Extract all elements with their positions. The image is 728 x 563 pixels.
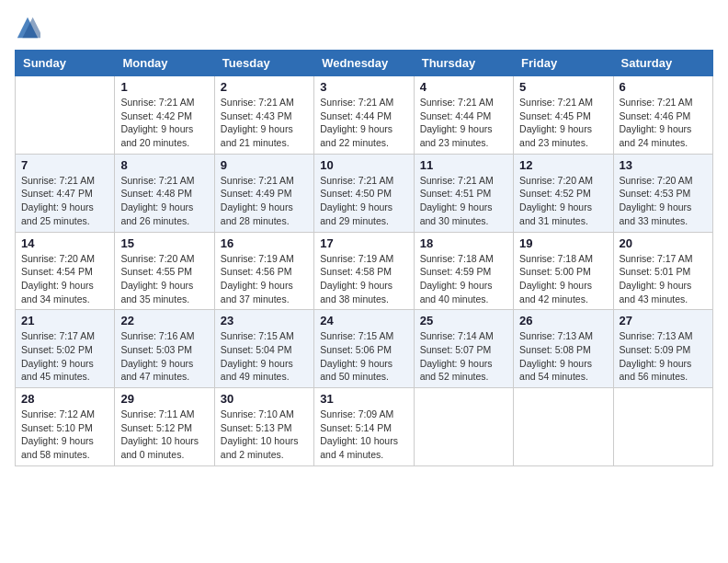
calendar-cell: 23Sunrise: 7:15 AM Sunset: 5:04 PM Dayli… xyxy=(214,310,313,388)
day-info: Sunrise: 7:20 AM Sunset: 4:52 PM Dayligh… xyxy=(519,174,607,228)
calendar-cell: 6Sunrise: 7:21 AM Sunset: 4:46 PM Daylig… xyxy=(613,76,712,155)
day-number: 12 xyxy=(519,158,607,172)
day-info: Sunrise: 7:17 AM Sunset: 5:01 PM Dayligh… xyxy=(620,252,707,306)
calendar-header-row: SundayMondayTuesdayWednesdayThursdayFrid… xyxy=(16,51,713,76)
day-number: 8 xyxy=(120,158,208,172)
day-number: 22 xyxy=(120,314,208,327)
calendar-week-row: 21Sunrise: 7:17 AM Sunset: 5:02 PM Dayli… xyxy=(16,310,713,388)
day-info: Sunrise: 7:18 AM Sunset: 5:00 PM Dayligh… xyxy=(519,252,607,306)
day-number: 21 xyxy=(21,314,108,327)
column-header-thursday: Thursday xyxy=(414,51,513,76)
day-info: Sunrise: 7:18 AM Sunset: 4:59 PM Dayligh… xyxy=(420,252,507,306)
column-header-friday: Friday xyxy=(514,51,613,76)
calendar-week-row: 14Sunrise: 7:20 AM Sunset: 4:54 PM Dayli… xyxy=(16,232,713,310)
day-info: Sunrise: 7:19 AM Sunset: 4:56 PM Dayligh… xyxy=(221,252,308,306)
calendar-cell xyxy=(514,388,613,466)
calendar-cell: 19Sunrise: 7:18 AM Sunset: 5:00 PM Dayli… xyxy=(514,232,613,310)
calendar-cell: 5Sunrise: 7:21 AM Sunset: 4:45 PM Daylig… xyxy=(514,76,613,155)
day-info: Sunrise: 7:13 AM Sunset: 5:09 PM Dayligh… xyxy=(620,329,707,384)
day-number: 11 xyxy=(420,158,507,172)
day-info: Sunrise: 7:21 AM Sunset: 4:42 PM Dayligh… xyxy=(120,96,208,150)
day-number: 19 xyxy=(519,236,607,250)
calendar-week-row: 28Sunrise: 7:12 AM Sunset: 5:10 PM Dayli… xyxy=(16,388,713,466)
day-info: Sunrise: 7:14 AM Sunset: 5:07 PM Dayligh… xyxy=(420,329,507,384)
calendar-cell: 2Sunrise: 7:21 AM Sunset: 4:43 PM Daylig… xyxy=(214,76,313,155)
calendar-cell: 25Sunrise: 7:14 AM Sunset: 5:07 PM Dayli… xyxy=(414,310,513,388)
calendar-cell: 15Sunrise: 7:20 AM Sunset: 4:55 PM Dayli… xyxy=(115,232,214,310)
day-info: Sunrise: 7:17 AM Sunset: 5:02 PM Dayligh… xyxy=(21,329,108,384)
day-number: 14 xyxy=(21,236,108,250)
day-number: 20 xyxy=(620,236,707,250)
calendar-cell: 17Sunrise: 7:19 AM Sunset: 4:58 PM Dayli… xyxy=(314,232,414,310)
day-info: Sunrise: 7:21 AM Sunset: 4:45 PM Dayligh… xyxy=(519,96,607,150)
calendar-cell: 3Sunrise: 7:21 AM Sunset: 4:44 PM Daylig… xyxy=(314,76,414,155)
day-info: Sunrise: 7:21 AM Sunset: 4:46 PM Dayligh… xyxy=(620,96,707,150)
calendar-cell: 20Sunrise: 7:17 AM Sunset: 5:01 PM Dayli… xyxy=(613,232,712,310)
calendar-cell: 27Sunrise: 7:13 AM Sunset: 5:09 PM Dayli… xyxy=(613,310,712,388)
calendar-cell: 12Sunrise: 7:20 AM Sunset: 4:52 PM Dayli… xyxy=(514,154,613,232)
calendar-cell: 13Sunrise: 7:20 AM Sunset: 4:53 PM Dayli… xyxy=(613,154,712,232)
column-header-monday: Monday xyxy=(115,51,214,76)
day-info: Sunrise: 7:11 AM Sunset: 5:12 PM Dayligh… xyxy=(120,408,208,462)
calendar-cell: 22Sunrise: 7:16 AM Sunset: 5:03 PM Dayli… xyxy=(115,310,214,388)
calendar-cell: 30Sunrise: 7:10 AM Sunset: 5:13 PM Dayli… xyxy=(214,388,313,466)
column-header-tuesday: Tuesday xyxy=(214,51,313,76)
day-number: 30 xyxy=(221,392,308,406)
calendar-cell: 9Sunrise: 7:21 AM Sunset: 4:49 PM Daylig… xyxy=(214,154,313,232)
calendar-cell: 28Sunrise: 7:12 AM Sunset: 5:10 PM Dayli… xyxy=(16,388,115,466)
day-number: 31 xyxy=(320,392,407,406)
column-header-saturday: Saturday xyxy=(613,51,712,76)
calendar-cell: 8Sunrise: 7:21 AM Sunset: 4:48 PM Daylig… xyxy=(115,154,214,232)
calendar-cell xyxy=(16,76,115,155)
day-info: Sunrise: 7:21 AM Sunset: 4:44 PM Dayligh… xyxy=(420,96,507,150)
day-number: 29 xyxy=(120,392,208,406)
calendar-cell: 26Sunrise: 7:13 AM Sunset: 5:08 PM Dayli… xyxy=(514,310,613,388)
calendar-cell: 16Sunrise: 7:19 AM Sunset: 4:56 PM Dayli… xyxy=(214,232,313,310)
day-number: 3 xyxy=(320,80,407,94)
day-info: Sunrise: 7:09 AM Sunset: 5:14 PM Dayligh… xyxy=(320,408,407,462)
day-number: 24 xyxy=(320,314,407,327)
day-info: Sunrise: 7:21 AM Sunset: 4:51 PM Dayligh… xyxy=(420,174,507,228)
calendar-week-row: 1Sunrise: 7:21 AM Sunset: 4:42 PM Daylig… xyxy=(16,76,713,155)
day-info: Sunrise: 7:10 AM Sunset: 5:13 PM Dayligh… xyxy=(221,408,308,462)
calendar-cell: 11Sunrise: 7:21 AM Sunset: 4:51 PM Dayli… xyxy=(414,154,513,232)
day-info: Sunrise: 7:21 AM Sunset: 4:43 PM Dayligh… xyxy=(221,96,308,150)
day-number: 9 xyxy=(221,158,308,172)
calendar-cell: 21Sunrise: 7:17 AM Sunset: 5:02 PM Dayli… xyxy=(16,310,115,388)
calendar-week-row: 7Sunrise: 7:21 AM Sunset: 4:47 PM Daylig… xyxy=(16,154,713,232)
day-number: 17 xyxy=(320,236,407,250)
day-info: Sunrise: 7:20 AM Sunset: 4:55 PM Dayligh… xyxy=(120,252,208,306)
page-header xyxy=(15,15,713,40)
day-info: Sunrise: 7:21 AM Sunset: 4:50 PM Dayligh… xyxy=(320,174,407,228)
day-number: 16 xyxy=(221,236,308,250)
day-number: 7 xyxy=(21,158,108,172)
day-info: Sunrise: 7:19 AM Sunset: 4:58 PM Dayligh… xyxy=(320,252,407,306)
column-header-wednesday: Wednesday xyxy=(314,51,414,76)
calendar-cell: 24Sunrise: 7:15 AM Sunset: 5:06 PM Dayli… xyxy=(314,310,414,388)
day-info: Sunrise: 7:20 AM Sunset: 4:54 PM Dayligh… xyxy=(21,252,108,306)
day-number: 25 xyxy=(420,314,507,327)
column-header-sunday: Sunday xyxy=(16,51,115,76)
calendar-cell: 1Sunrise: 7:21 AM Sunset: 4:42 PM Daylig… xyxy=(115,76,214,155)
calendar-cell: 14Sunrise: 7:20 AM Sunset: 4:54 PM Dayli… xyxy=(16,232,115,310)
day-number: 26 xyxy=(519,314,607,327)
calendar-cell: 4Sunrise: 7:21 AM Sunset: 4:44 PM Daylig… xyxy=(414,76,513,155)
calendar-cell: 18Sunrise: 7:18 AM Sunset: 4:59 PM Dayli… xyxy=(414,232,513,310)
day-info: Sunrise: 7:16 AM Sunset: 5:03 PM Dayligh… xyxy=(120,329,208,384)
calendar-cell xyxy=(613,388,712,466)
day-number: 28 xyxy=(21,392,108,406)
calendar-cell xyxy=(414,388,513,466)
day-number: 1 xyxy=(120,80,208,94)
calendar-cell: 7Sunrise: 7:21 AM Sunset: 4:47 PM Daylig… xyxy=(16,154,115,232)
day-number: 23 xyxy=(221,314,308,327)
day-info: Sunrise: 7:21 AM Sunset: 4:49 PM Dayligh… xyxy=(221,174,308,228)
day-info: Sunrise: 7:15 AM Sunset: 5:04 PM Dayligh… xyxy=(221,329,308,384)
day-number: 2 xyxy=(221,80,308,94)
calendar-cell: 31Sunrise: 7:09 AM Sunset: 5:14 PM Dayli… xyxy=(314,388,414,466)
day-number: 15 xyxy=(120,236,208,250)
day-info: Sunrise: 7:21 AM Sunset: 4:48 PM Dayligh… xyxy=(120,174,208,228)
day-number: 4 xyxy=(420,80,507,94)
day-number: 10 xyxy=(320,158,407,172)
day-number: 13 xyxy=(620,158,707,172)
day-number: 6 xyxy=(620,80,707,94)
